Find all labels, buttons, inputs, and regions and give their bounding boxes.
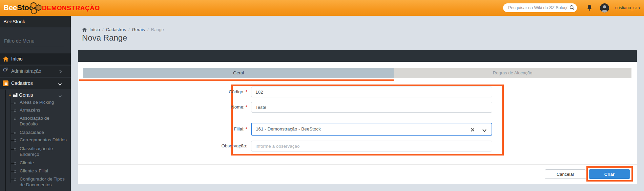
tree-line — [11, 97, 11, 183]
list-icon — [3, 80, 9, 86]
search-icon[interactable] — [569, 5, 575, 11]
bullet-icon — [14, 148, 16, 150]
sidebar-group-gerais[interactable]: Gerais — [0, 91, 71, 99]
tree-tick — [11, 133, 14, 134]
tab-geral[interactable]: Geral — [83, 68, 394, 78]
sidebar-item-administracao[interactable]: ⚙⚙ Administração — [0, 66, 71, 77]
field-label-nome: Nome:* — [190, 104, 247, 110]
factory-icon — [13, 93, 18, 99]
home-icon[interactable] — [82, 27, 87, 32]
wiki-search-input[interactable] — [507, 4, 568, 12]
tree-tick — [11, 149, 14, 150]
required-mark: * — [246, 126, 247, 132]
bullet-icon — [9, 94, 11, 96]
clear-selection-icon[interactable] — [471, 127, 475, 133]
sidebar-subitem-cliente[interactable]: Cliente — [20, 160, 67, 166]
sidebar-item-label: Início — [11, 56, 22, 62]
sidebar-subitem-capacidade[interactable]: Capacidade — [20, 130, 67, 136]
create-button[interactable]: Criar — [589, 169, 630, 179]
annotation-tab-underline — [79, 79, 394, 81]
sidebar-subitem-cliente-x-filial[interactable]: Cliente x Filial — [20, 168, 67, 174]
breadcrumb-item-inicio[interactable]: Início — [89, 27, 100, 32]
sidebar-subitem-carregamentos-diarios[interactable]: Carregamentos Diários — [20, 137, 70, 143]
panel-header-bar — [78, 50, 637, 62]
breadcrumb-separator: / — [102, 27, 104, 32]
bullet-icon — [14, 139, 16, 142]
chevron-down-icon[interactable] — [482, 127, 487, 134]
breadcrumb-separator: / — [147, 27, 149, 32]
select-divider — [477, 126, 477, 133]
tree-tick — [11, 163, 14, 164]
filial-select[interactable]: 161 - Demonstração - BeeStock — [251, 123, 492, 136]
gears-icon: ⚙⚙ — [3, 67, 9, 73]
breadcrumb: Início / Cadastros / Gerais / Range — [82, 27, 164, 32]
chevron-down-icon — [58, 81, 62, 87]
chevron-down-icon — [58, 93, 62, 99]
sidebar: BeeStock Início ⚙⚙ Administração Cadastr… — [0, 16, 71, 191]
username-label: cristiano_sz — [615, 5, 638, 10]
codigo-field[interactable] — [251, 87, 492, 97]
bullet-icon — [14, 178, 16, 181]
bullet-icon — [14, 170, 16, 173]
sidebar-brand-band: BeeStock — [0, 16, 71, 27]
breadcrumb-separator: / — [128, 27, 130, 32]
honeycomb-logo-icon — [29, 2, 42, 16]
sidebar-subitem-areas-de-picking[interactable]: Áreas de Picking — [20, 100, 67, 105]
top-header: BeeStock DEMONSTRAÇÃO cristiano_sz▾ — [0, 0, 644, 16]
user-caret-icon: ▾ — [639, 6, 640, 10]
logo-text-bee: Bee — [3, 3, 17, 12]
filial-selected-value: 161 - Demonstração - BeeStock — [256, 126, 321, 132]
tree-tick — [11, 171, 14, 172]
tree-tick — [11, 140, 14, 141]
home-icon — [3, 56, 9, 62]
notifications-bell-icon[interactable] — [586, 4, 593, 13]
tree-tick — [11, 111, 14, 111]
breadcrumb-item-cadastros[interactable]: Cadastros — [106, 27, 126, 32]
breadcrumb-item-gerais[interactable]: Gerais — [132, 27, 145, 32]
tree-tick — [11, 119, 14, 119]
cancel-button[interactable]: Cancelar — [545, 169, 586, 179]
nome-field[interactable] — [251, 102, 492, 113]
bullet-icon — [14, 162, 16, 165]
user-menu[interactable]: cristiano_sz▾ — [615, 5, 640, 10]
sidebar-subitem-armazens[interactable]: Armazéns — [20, 108, 67, 113]
user-avatar[interactable] — [600, 3, 609, 13]
tree-line — [5, 90, 6, 191]
page-title: Nova Range — [82, 33, 127, 43]
sidebar-subitem-associacao-de-deposito[interactable]: Associação de Depósito — [20, 116, 67, 127]
observacao-field[interactable] — [251, 141, 492, 151]
sidebar-subitem-classificacao-de-endereco[interactable]: Classificação de Endereço — [20, 146, 67, 157]
sidebar-item-label: Administração — [11, 68, 41, 74]
field-label-observacao: Observação: — [190, 143, 247, 148]
sidebar-item-inicio[interactable]: Início — [0, 53, 71, 65]
required-mark: * — [246, 89, 247, 94]
sidebar-brand-label: BeeStock — [3, 19, 25, 24]
sidebar-item-label: Cadastros — [11, 80, 33, 86]
footer-divider — [78, 164, 637, 165]
tab-regras-de-alocacao[interactable]: Regras de Alocação — [394, 68, 631, 78]
field-label-codigo: Código:* — [190, 89, 247, 94]
menu-filter-input[interactable] — [3, 35, 64, 46]
tree-tick — [11, 103, 14, 103]
bullet-icon — [14, 110, 16, 112]
sidebar-item-cadastros[interactable]: Cadastros — [0, 78, 71, 89]
breadcrumb-current: Range — [151, 27, 164, 32]
sidebar-subitem-configurador-de-tipos-de-documentos[interactable]: Configurador de Tipos de Documentos — [20, 176, 67, 188]
chevron-right-icon — [59, 69, 62, 75]
field-label-filial: Filial:* — [190, 126, 247, 132]
sidebar-group-label: Gerais — [19, 92, 33, 98]
wiki-search — [503, 3, 577, 12]
bullet-icon — [14, 132, 16, 134]
bullet-icon — [14, 118, 16, 120]
required-mark: * — [246, 104, 247, 110]
tree-tick — [11, 180, 14, 180]
bullet-icon — [14, 102, 16, 104]
environment-banner: DEMONSTRAÇÃO — [42, 4, 100, 12]
